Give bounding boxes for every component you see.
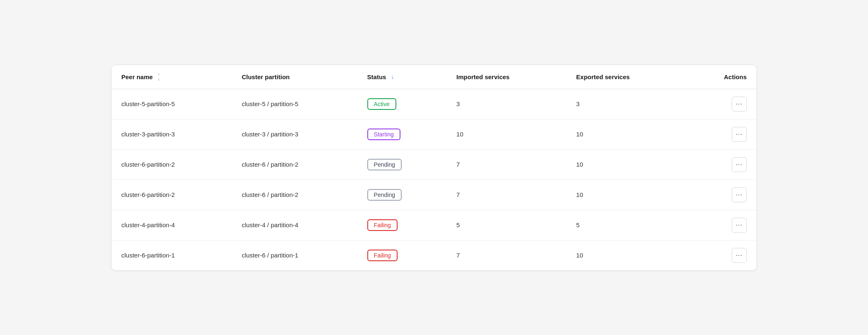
actions-cell: ··· (687, 149, 757, 180)
status-cell: Failing (357, 210, 446, 240)
table-row: cluster-3-partition-3cluster-3 / partiti… (111, 119, 757, 149)
status-badge: Pending (367, 159, 402, 170)
exported-services-cell: 10 (566, 149, 687, 180)
status-badge: Active (367, 98, 396, 110)
table-header-row: Peer name ↑ ↓ Cluster partition Status ↓ (111, 65, 757, 89)
imported-services-cell: 7 (446, 240, 566, 270)
actions-cell: ··· (687, 210, 757, 240)
column-actions: Actions (687, 65, 757, 89)
peer-name-cell: cluster-4-partition-4 (111, 210, 232, 240)
cluster-partition-cell: cluster-4 / partition-4 (232, 210, 357, 240)
cluster-partition-cell: cluster-6 / partition-1 (232, 240, 357, 270)
status-cell: Pending (357, 180, 446, 210)
cluster-partition-cell: cluster-5 / partition-5 (232, 89, 357, 119)
peer-name-cell: cluster-6-partition-2 (111, 180, 232, 210)
sort-both-icon[interactable]: ↑ ↓ (158, 73, 160, 81)
actions-cell: ··· (687, 119, 757, 149)
exported-services-cell: 10 (566, 180, 687, 210)
exported-services-cell: 5 (566, 210, 687, 240)
row-actions-button[interactable]: ··· (732, 187, 747, 202)
row-actions-button[interactable]: ··· (732, 248, 747, 263)
table-row: cluster-4-partition-4cluster-4 / partiti… (111, 210, 757, 240)
status-cell: Active (357, 89, 446, 119)
cluster-partition-cell: cluster-6 / partition-2 (232, 180, 357, 210)
peering-table: Peer name ↑ ↓ Cluster partition Status ↓ (111, 65, 757, 271)
actions-cell: ··· (687, 240, 757, 270)
peer-name-cell: cluster-6-partition-2 (111, 149, 232, 180)
column-exported-services: Exported services (566, 65, 687, 89)
table-row: cluster-6-partition-2cluster-6 / partiti… (111, 149, 757, 180)
peer-name-cell: cluster-3-partition-3 (111, 119, 232, 149)
column-status: Status ↓ (357, 65, 446, 89)
exported-services-cell: 3 (566, 89, 687, 119)
exported-services-cell: 10 (566, 119, 687, 149)
status-cell: Failing (357, 240, 446, 270)
peer-name-cell: cluster-6-partition-1 (111, 240, 232, 270)
status-badge: Failing (367, 250, 398, 261)
status-badge: Failing (367, 219, 398, 231)
row-actions-button[interactable]: ··· (732, 97, 747, 112)
imported-services-cell: 3 (446, 89, 566, 119)
imported-services-cell: 5 (446, 210, 566, 240)
status-badge: Pending (367, 189, 402, 201)
actions-cell: ··· (687, 89, 757, 119)
cluster-partition-cell: cluster-3 / partition-3 (232, 119, 357, 149)
peer-name-cell: cluster-5-partition-5 (111, 89, 232, 119)
column-peer-name: Peer name ↑ ↓ (111, 65, 232, 89)
table-row: cluster-6-partition-2cluster-6 / partiti… (111, 180, 757, 210)
row-actions-button[interactable]: ··· (732, 157, 747, 172)
imported-services-cell: 10 (446, 119, 566, 149)
column-imported-services: Imported services (446, 65, 566, 89)
column-cluster-partition: Cluster partition (232, 65, 357, 89)
sort-down-icon[interactable]: ↓ (391, 73, 394, 80)
exported-services-cell: 10 (566, 240, 687, 270)
status-cell: Starting (357, 119, 446, 149)
row-actions-button[interactable]: ··· (732, 218, 747, 233)
actions-cell: ··· (687, 180, 757, 210)
imported-services-cell: 7 (446, 180, 566, 210)
row-actions-button[interactable]: ··· (732, 127, 747, 142)
table-row: cluster-5-partition-5cluster-5 / partiti… (111, 89, 757, 119)
table-row: cluster-6-partition-1cluster-6 / partiti… (111, 240, 757, 270)
cluster-partition-cell: cluster-6 / partition-2 (232, 149, 357, 180)
imported-services-cell: 7 (446, 149, 566, 180)
status-cell: Pending (357, 149, 446, 180)
status-badge: Starting (367, 129, 400, 140)
